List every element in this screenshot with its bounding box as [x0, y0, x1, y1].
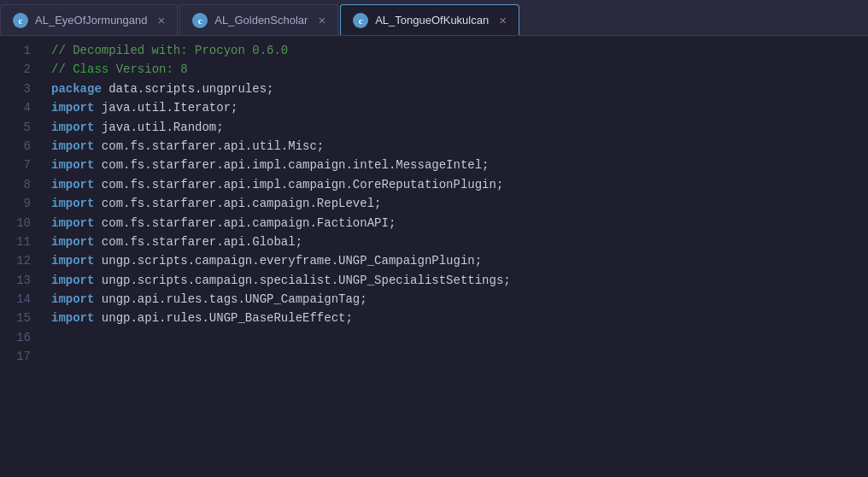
code-line-14: import ungp.scripts.campaign.specialist.…: [41, 271, 868, 290]
tab-label-1: AL_EyeOfJormungand: [35, 14, 148, 26]
code-line-10: import com.fs.starfarer.api.campaign.Rep…: [41, 194, 868, 213]
line-num: 5: [7, 118, 31, 137]
code-line-11: import com.fs.starfarer.api.campaign.Fac…: [41, 214, 868, 233]
line-numbers: 1 2 3 4 5 6 7 8 9 10 11 12 13 14 15 16 1…: [0, 36, 41, 477]
code-line-2: // Class Version: 8: [41, 60, 868, 79]
code-line-1: // Decompiled with: Procyon 0.6.0: [41, 41, 868, 60]
tab-bar: c AL_EyeOfJormungand × c AL_GoldenSchola…: [0, 0, 868, 36]
line-num: 4: [7, 98, 31, 117]
line-num: 14: [7, 290, 31, 309]
code-line-3: package data.scripts.ungprules;: [41, 80, 868, 98]
line-num: 2: [7, 60, 31, 79]
code-line-12: import com.fs.starfarer.api.Global;: [41, 233, 868, 251]
line-num: 8: [7, 175, 31, 194]
tab-golden-scholar[interactable]: c AL_GoldenScholar ×: [179, 4, 338, 35]
code-content: // Decompiled with: Procyon 0.6.0 // Cla…: [41, 36, 868, 477]
tab-close-2[interactable]: ×: [318, 14, 326, 26]
tab-tongue-of-kukulcan[interactable]: c AL_TongueOfKukulcan ×: [340, 4, 519, 35]
line-num: 10: [7, 214, 31, 233]
code-line-7: import com.fs.starfarer.api.util.Misc;: [41, 137, 868, 156]
line-num: 13: [7, 271, 31, 290]
code-line-5: import java.util.Iterator;: [41, 98, 868, 117]
tab-icon-1: c: [13, 13, 28, 28]
tab-close-1[interactable]: ×: [158, 14, 166, 26]
tab-close-3[interactable]: ×: [499, 14, 507, 26]
code-line-15: import ungp.api.rules.tags.UNGP_Campaign…: [41, 290, 868, 309]
code-line-16: import ungp.api.rules.UNGP_BaseRuleEffec…: [41, 309, 868, 327]
line-num: 3: [7, 80, 31, 98]
code-line-6: import java.util.Random;: [41, 118, 868, 137]
line-num: 11: [7, 233, 31, 251]
code-line-8: import com.fs.starfarer.api.impl.campaig…: [41, 156, 868, 174]
line-num: 6: [7, 137, 31, 156]
tab-label-3: AL_TongueOfKukulcan: [375, 14, 489, 26]
tab-eye-of-jormungand[interactable]: c AL_EyeOfJormungand ×: [0, 4, 178, 35]
line-num: 17: [7, 347, 31, 366]
tab-label-2: AL_GoldenScholar: [214, 14, 308, 26]
line-num: 16: [7, 328, 31, 347]
code-line-9: import com.fs.starfarer.api.impl.campaig…: [41, 175, 868, 194]
tab-icon-3: c: [353, 13, 368, 28]
tab-icon-2: c: [192, 13, 208, 28]
line-num: 12: [7, 251, 31, 270]
line-num: 1: [7, 41, 31, 60]
code-line-13: import ungp.scripts.campaign.everyframe.…: [41, 251, 868, 270]
line-num: 7: [7, 156, 31, 174]
line-num: 15: [7, 309, 31, 327]
code-area: 1 2 3 4 5 6 7 8 9 10 11 12 13 14 15 16 1…: [0, 36, 868, 477]
line-num: 9: [7, 194, 31, 213]
